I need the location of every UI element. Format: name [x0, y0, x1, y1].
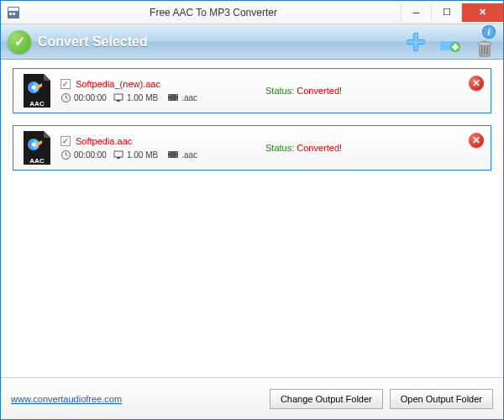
- toolbar: ✓ Convert Selected i: [1, 24, 503, 60]
- svg-rect-16: [481, 46, 483, 55]
- svg-text:AAC: AAC: [29, 100, 45, 108]
- file-ext: .aac: [181, 150, 197, 160]
- close-button[interactable]: ✕: [461, 3, 503, 22]
- minimize-button[interactable]: ─: [401, 3, 431, 22]
- window-controls: ─ ☐ ✕: [401, 3, 503, 22]
- svg-text:AAC: AAC: [29, 157, 45, 165]
- remove-item-button[interactable]: ✕: [469, 76, 484, 91]
- website-link[interactable]: www.convertaudiofree.com: [11, 394, 122, 404]
- svg-rect-3: [13, 13, 15, 15]
- change-output-folder-button[interactable]: Change Output Folder: [270, 389, 383, 409]
- svg-rect-26: [117, 100, 120, 102]
- svg-rect-20: [483, 40, 486, 43]
- monitor-icon: [113, 92, 123, 102]
- svg-rect-37: [117, 157, 120, 159]
- file-item[interactable]: AAC Softpedia_(new).aac 00:00:00 1.00 MB…: [13, 68, 491, 113]
- file-checkbox[interactable]: [60, 79, 71, 89]
- convert-selected-button[interactable]: ✓ Convert Selected: [8, 30, 148, 54]
- svg-rect-30: [176, 95, 177, 96]
- add-folder-button[interactable]: [436, 29, 463, 55]
- file-duration: 00:00:00: [74, 93, 107, 102]
- svg-rect-41: [176, 152, 177, 153]
- app-icon: [6, 5, 21, 20]
- svg-rect-42: [176, 156, 177, 157]
- film-icon: [168, 150, 178, 160]
- window-title: Free AAC To MP3 Converter: [26, 7, 401, 18]
- file-duration: 00:00:00: [74, 150, 107, 160]
- svg-rect-39: [169, 152, 170, 153]
- svg-rect-28: [169, 95, 170, 96]
- film-icon: [168, 92, 178, 102]
- titlebar: Free AAC To MP3 Converter ─ ☐ ✕: [1, 1, 503, 24]
- file-name: Softpedia.aac: [76, 136, 132, 146]
- status-label: Status:: [265, 86, 294, 96]
- remove-item-button[interactable]: ✕: [469, 133, 484, 148]
- svg-point-22: [32, 86, 36, 90]
- file-size: 1.00 MB: [127, 93, 158, 102]
- svg-rect-25: [114, 94, 123, 100]
- status-label: Status:: [265, 143, 294, 153]
- svg-rect-40: [169, 156, 170, 157]
- clock-icon: [60, 92, 71, 102]
- file-size: 1.00 MB: [127, 150, 158, 160]
- svg-rect-29: [169, 99, 170, 100]
- svg-rect-18: [486, 46, 488, 55]
- aac-file-icon: AAC: [22, 129, 52, 166]
- file-checkbox[interactable]: [60, 136, 71, 146]
- file-item[interactable]: AAC Softpedia.aac 00:00:00 1.00 MB .aac …: [13, 125, 491, 171]
- open-output-folder-button[interactable]: Open Output Folder: [390, 389, 493, 409]
- remove-all-button[interactable]: [473, 38, 496, 60]
- file-name: Softpedia_(new).aac: [76, 79, 160, 89]
- file-list: AAC Softpedia_(new).aac 00:00:00 1.00 MB…: [1, 60, 503, 377]
- status: Status: Converted!: [265, 143, 342, 153]
- bottom-bar: www.convertaudiofree.com Change Output F…: [1, 377, 503, 419]
- status-value: Converted!: [294, 86, 342, 96]
- maximize-button[interactable]: ☐: [431, 3, 461, 22]
- status: Status: Converted!: [265, 86, 342, 96]
- clock-icon: [60, 150, 71, 160]
- svg-rect-17: [484, 46, 486, 55]
- status-value: Converted!: [294, 143, 342, 153]
- svg-rect-1: [8, 8, 18, 11]
- check-circle-icon: ✓: [8, 30, 31, 54]
- svg-rect-7: [407, 40, 424, 44]
- svg-rect-10: [452, 45, 459, 48]
- svg-point-33: [32, 143, 36, 147]
- file-ext: .aac: [181, 93, 197, 102]
- monitor-icon: [113, 150, 123, 160]
- add-file-button[interactable]: [402, 29, 429, 55]
- svg-rect-2: [9, 13, 12, 15]
- aac-file-icon: AAC: [22, 72, 52, 109]
- svg-rect-31: [176, 99, 177, 100]
- convert-label: Convert Selected: [38, 34, 148, 50]
- svg-rect-36: [114, 151, 123, 157]
